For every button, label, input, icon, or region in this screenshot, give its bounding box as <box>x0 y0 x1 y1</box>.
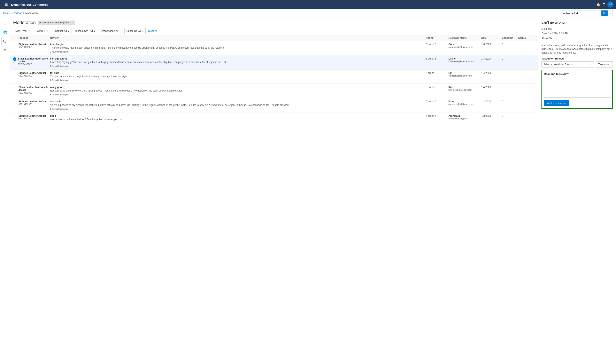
filter-concerns-label: Concerns: All <box>126 29 141 32</box>
detail-review-meta: 5 out of 5 Date: 1/4/2020, 6:33 PM By: L… <box>541 27 613 40</box>
row-product: Black Leather Motorcycle Jacket 68719492… <box>13 86 50 94</box>
detail-review-body: how's that saying go? no one ever got fi… <box>541 43 613 55</box>
content-area: Moderation productName:leather jacket ✕ … <box>10 17 616 363</box>
table-row[interactable]: Black Leather Motorcycle Jacket 68719492… <box>10 84 538 98</box>
review-panel: Moderation productName:leather jacket ✕ … <box>10 17 538 363</box>
right-panel: can't go wrong 5 out of 5 Date: 1/4/2020… <box>538 17 616 363</box>
row-select-checkbox[interactable]: ✓ <box>13 57 16 61</box>
main-layout: ☰ 🌐 💬 ⚙ Moderation productName:leather j… <box>0 17 616 363</box>
row-review: get it want a quick confidence builder? … <box>50 115 426 122</box>
takedown-reason-placeholder: Select a take down Reason <box>543 63 573 66</box>
take-down-button[interactable]: Take down <box>596 61 613 67</box>
table-row[interactable]: Eighties Leather Jacket 68719492901 tota… <box>10 41 538 55</box>
breadcrumb-home[interactable]: Home <box>3 12 10 14</box>
top-nav-bar: ☰ Dynamics 365 Commerce 🔔 ? MG <box>0 0 616 9</box>
row-reviewer: Lucile lucile.test@fabrikam.com <box>448 57 481 63</box>
filter-rating-label: Rating: 5 <box>36 29 45 32</box>
takedown-reason-select[interactable]: Select a take down Reason ▼ <box>541 61 594 67</box>
filter-rating-dropdown[interactable]: Rating: 5 ▼ <box>34 28 50 34</box>
page-title: Moderation <box>13 20 36 25</box>
avatar[interactable]: MG <box>607 1 614 8</box>
hamburger-menu-icon[interactable]: ☰ <box>2 0 9 9</box>
sidebar-icon-gear[interactable]: ⚙ <box>1 46 9 54</box>
sidebar-icon-menu[interactable]: ☰ <box>1 19 9 27</box>
row-date: 1/4/2020 <box>481 57 502 60</box>
col-header-concerns: Concerns <box>502 37 518 39</box>
takedown-section-label: Takedown Review <box>541 57 613 60</box>
detail-by: By: Lucile <box>541 36 613 40</box>
col-header-review: Review <box>50 37 426 39</box>
filter-tag-product-name: productName:leather jacket ✕ <box>38 21 75 25</box>
sidebar-icon-reviews[interactable]: 💬 <box>1 37 9 45</box>
table-header: Product Review Rating Reviewer Name Date… <box>10 35 538 41</box>
breadcrumb: Home > Reviews > Moderation <box>3 12 38 14</box>
sidebar-icon-globe[interactable]: 🌐 <box>1 28 9 36</box>
row-reviewer: Pam pam.test@fabrikam.com <box>448 100 481 105</box>
row-rating: 5 out of 5 <box>426 100 448 103</box>
row-reviewer: Kim kim.test@fabrikam.com <box>448 86 481 91</box>
filter-taken-down-dropdown[interactable]: Taken down : All ▼ <box>73 28 97 34</box>
row-review: really good Not sure what other reviewer… <box>50 86 426 96</box>
row-concerns: 0 <box>502 72 518 75</box>
detail-rating: 5 out of 5 <box>541 27 613 31</box>
respond-to-review-section: Respond to Review Add a response <box>541 70 613 109</box>
search-input[interactable] <box>560 11 602 16</box>
filter-period-chevron: ▼ <box>28 30 30 32</box>
add-response-button[interactable]: Add a response <box>544 100 569 106</box>
row-reviewer: Em em.test@fabrikam.com <box>448 72 481 77</box>
row-review: total bargin This store always has the b… <box>50 43 426 53</box>
filter-taken-down-label: Taken down : All <box>75 29 93 32</box>
col-header-status: Status <box>518 37 535 39</box>
notification-icon[interactable]: 🔔 <box>596 3 600 7</box>
filter-channel-dropdown[interactable]: Channel: All ▼ <box>52 28 71 34</box>
filter-responded-label: Responded : All <box>101 29 118 32</box>
row-date: 1/3/2020 <box>481 100 502 103</box>
row-product: ✓ Black Leather Motorcycle Jacket 687194… <box>13 57 50 65</box>
takedown-section: Takedown Review Select a take down Reaso… <box>541 57 613 67</box>
filter-period-dropdown[interactable]: Last 1 Year ▼ <box>13 28 32 34</box>
row-date: 1/3/2020 <box>481 115 502 117</box>
filter-period-label: Last 1 Year <box>15 29 27 32</box>
row-rating: 5 out of 5 <box>426 115 448 117</box>
table-row[interactable]: ✓ Black Leather Motorcycle Jacket 687194… <box>10 55 538 70</box>
row-rating: 5 out of 5 <box>426 86 448 89</box>
search-icon: 🔍 <box>603 12 606 15</box>
review-table: Product Review Rating Reviewer Name Date… <box>10 35 538 363</box>
filter-concerns-dropdown[interactable]: Concerns: All ▼ <box>124 28 146 34</box>
col-header-date[interactable]: Date ↓ <box>481 37 502 39</box>
help-icon[interactable]: ? <box>603 3 605 6</box>
row-rating: 5 out of 5 <box>426 72 448 75</box>
detail-date: Date: 1/4/2020, 6:33 PM <box>541 31 613 36</box>
takedown-row: Select a take down Reason ▼ Take down <box>541 61 613 67</box>
row-date: 1/4/2020 <box>481 72 502 75</box>
row-concerns: 0 <box>502 115 518 117</box>
search-box: 🔍 ▼ <box>560 10 613 16</box>
row-review: washable You're supposed to dry clean th… <box>50 100 426 110</box>
filter-rating-chevron: ▼ <box>46 30 48 32</box>
filter-responded-chevron: ▼ <box>119 30 121 32</box>
row-reviewer: Archibald archibald.test@fab... <box>448 115 481 120</box>
filter-tag-close-icon[interactable]: ✕ <box>71 21 73 24</box>
filter-tag-text: productName:leather jacket <box>40 21 70 24</box>
clear-all-button[interactable]: Clear All <box>148 29 157 32</box>
row-rating: 5 out of 5 <box>426 57 448 60</box>
search-dropdown-button[interactable]: ▼ <box>608 11 613 16</box>
breadcrumb-sep-2: > <box>23 12 25 14</box>
table-row[interactable]: Eighties Leather Jacket 68719492901 wash… <box>10 98 538 112</box>
app-title: Dynamics 365 Commerce <box>11 3 48 6</box>
row-concerns: 0 <box>502 57 518 60</box>
breadcrumb-moderation: Moderation <box>25 12 38 14</box>
row-review: can't go wrong how's that saying go? no … <box>50 57 426 67</box>
table-row[interactable]: Eighties Leather Jacket 68719492901 for … <box>10 70 538 84</box>
chevron-down-icon: ▼ <box>609 12 611 14</box>
row-concerns: 0 <box>502 43 518 46</box>
row-concerns: 0 <box>502 100 518 103</box>
row-product: Eighties Leather Jacket 68719492901 <box>13 72 50 77</box>
search-button[interactable]: 🔍 <box>602 11 608 16</box>
filter-responded-dropdown[interactable]: Responded : All ▼ <box>99 28 123 34</box>
table-row[interactable]: Eighties Leather Jacket 68719492901 get … <box>10 112 538 124</box>
row-concerns: 0 <box>502 86 518 89</box>
breadcrumb-reviews[interactable]: Reviews <box>13 12 22 14</box>
respond-textarea[interactable] <box>544 77 610 98</box>
row-product: Eighties Leather Jacket 68719492901 <box>13 100 50 105</box>
